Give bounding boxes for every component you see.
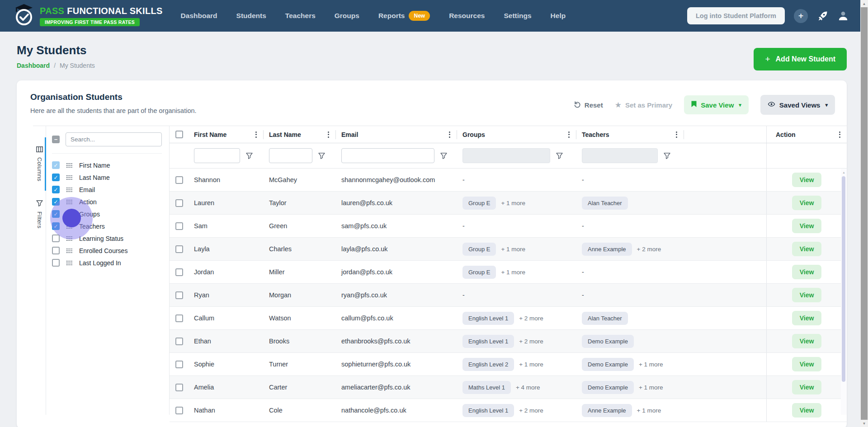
columns-search-input[interactable]	[66, 132, 162, 146]
reset-button[interactable]: Reset	[574, 101, 603, 109]
drag-handle-icon[interactable]	[66, 211, 73, 216]
column-checkbox[interactable]	[52, 235, 60, 242]
table-cell: Alan Teacher	[576, 192, 684, 214]
tab-filters[interactable]: Filters	[36, 200, 43, 229]
column-menu-icon[interactable]	[674, 130, 679, 140]
tab-columns[interactable]: Columns	[36, 146, 43, 181]
filter-funnel-icon	[36, 200, 43, 208]
login-student-platform-button[interactable]: Log into Student Platform	[687, 7, 785, 24]
chevron-down-icon: ▾	[739, 102, 741, 108]
column-menu-icon[interactable]	[447, 130, 452, 140]
row-checkbox[interactable]	[175, 176, 183, 184]
row-checkbox[interactable]	[175, 268, 183, 276]
nav-item-reports[interactable]: ReportsNew	[378, 11, 430, 21]
column-checkbox[interactable]: ✓	[52, 210, 60, 218]
view-button[interactable]: View	[792, 334, 822, 348]
drag-handle-icon[interactable]	[66, 199, 73, 204]
select-all-columns-checkbox[interactable]: −	[52, 136, 60, 143]
nav-item-teachers[interactable]: Teachers	[285, 12, 316, 20]
row-checkbox[interactable]	[175, 384, 183, 391]
breadcrumb-separator: /	[54, 62, 56, 69]
drag-handle-icon[interactable]	[66, 260, 73, 265]
view-button[interactable]: View	[792, 173, 822, 187]
table-scrollbar-thumb[interactable]	[842, 176, 845, 382]
row-checkbox[interactable]	[175, 222, 183, 230]
drag-handle-icon[interactable]	[66, 163, 73, 168]
filter-funnel-icon[interactable]	[556, 153, 563, 159]
email-filter-input[interactable]	[341, 148, 434, 163]
set-as-primary-button[interactable]: ★ Set as Primary	[615, 100, 672, 110]
table-cell: Maths Level 1+ 4 more	[457, 376, 576, 399]
rocket-icon[interactable]	[817, 10, 828, 22]
column-menu-icon[interactable]	[326, 130, 331, 140]
saved-views-button[interactable]: Saved Views ▾	[760, 95, 835, 115]
drag-handle-icon[interactable]	[66, 175, 73, 180]
column-menu-icon[interactable]	[566, 130, 571, 140]
table-cell: Jordan	[189, 261, 264, 283]
drag-handle-icon[interactable]	[66, 248, 73, 253]
view-button[interactable]: View	[792, 311, 822, 325]
row-checkbox[interactable]	[175, 291, 183, 299]
page-title: My Students	[17, 43, 95, 57]
scroll-down-arrow[interactable]: ▼	[860, 420, 868, 427]
row-checkbox[interactable]	[175, 338, 183, 345]
filter-funnel-icon[interactable]	[440, 153, 447, 159]
column-checkbox[interactable]: ✓	[52, 174, 60, 181]
drag-handle-icon[interactable]	[66, 236, 73, 241]
view-button[interactable]: View	[792, 288, 822, 302]
view-button[interactable]: View	[792, 196, 822, 210]
first-name-filter-input[interactable]	[194, 148, 240, 163]
drag-handle-icon[interactable]	[66, 224, 73, 229]
page-scrollbar[interactable]: ▲ ▼	[860, 0, 868, 427]
column-checkbox[interactable]: ✓	[52, 222, 60, 230]
table-scrollbar[interactable]: ▲	[841, 169, 847, 415]
column-checkbox[interactable]	[52, 259, 60, 267]
scroll-up-arrow[interactable]: ▲	[860, 0, 868, 7]
page-scrollbar-thumb[interactable]	[861, 7, 868, 420]
filter-funnel-icon[interactable]	[246, 153, 253, 159]
scroll-up-arrow[interactable]: ▲	[841, 169, 847, 174]
nav-item-label: Dashboard	[181, 12, 217, 20]
groups-chip: English Level 1	[462, 312, 514, 325]
row-checkbox[interactable]	[175, 199, 183, 207]
header-select-all-checkbox[interactable]	[175, 131, 183, 138]
filter-funnel-icon[interactable]	[664, 153, 670, 159]
nav-item-students[interactable]: Students	[236, 12, 266, 20]
row-checkbox[interactable]	[175, 245, 183, 253]
filter-funnel-icon[interactable]	[318, 153, 325, 159]
teachers-filter-input[interactable]	[582, 148, 658, 163]
brand-logo[interactable]: PASSFUNCTIONAL SKILLS IMPROVING FIRST TI…	[14, 3, 163, 28]
nav-item-settings[interactable]: Settings	[504, 12, 531, 20]
add-new-student-button[interactable]: + Add New Student	[754, 48, 847, 70]
breadcrumb-dashboard-link[interactable]: Dashboard	[17, 62, 50, 69]
groups-chip: Group E	[462, 243, 496, 256]
nav-item-help[interactable]: Help	[551, 12, 566, 20]
last-name-filter-input[interactable]	[269, 148, 312, 163]
view-button[interactable]: View	[792, 265, 822, 279]
view-button[interactable]: View	[792, 403, 822, 418]
add-quick-button[interactable]: +	[794, 9, 808, 23]
table-cell: Group E+ 1 more	[457, 192, 576, 214]
groups-filter-input[interactable]	[462, 148, 550, 163]
row-checkbox[interactable]	[175, 314, 183, 322]
view-button[interactable]: View	[792, 380, 822, 394]
row-checkbox[interactable]	[175, 361, 183, 368]
column-checkbox[interactable]: ✓	[52, 198, 60, 206]
table-cell	[264, 143, 336, 168]
empty-value: -	[462, 222, 465, 230]
drag-handle-icon[interactable]	[66, 187, 73, 192]
row-checkbox[interactable]	[175, 407, 183, 414]
column-checkbox[interactable]	[52, 247, 60, 254]
column-checkbox[interactable]: ✓	[52, 186, 60, 193]
column-menu-icon[interactable]	[254, 130, 259, 140]
user-avatar-icon[interactable]	[837, 10, 849, 22]
column-menu-icon[interactable]	[837, 130, 842, 140]
nav-item-dashboard[interactable]: Dashboard	[181, 12, 217, 20]
view-button[interactable]: View	[792, 219, 822, 233]
column-checkbox[interactable]: ✓	[52, 161, 60, 169]
nav-item-resources[interactable]: Resources	[449, 12, 485, 20]
view-button[interactable]: View	[792, 357, 822, 371]
save-view-button[interactable]: Save View ▾	[684, 95, 749, 114]
nav-item-groups[interactable]: Groups	[335, 12, 359, 20]
view-button[interactable]: View	[792, 242, 822, 256]
